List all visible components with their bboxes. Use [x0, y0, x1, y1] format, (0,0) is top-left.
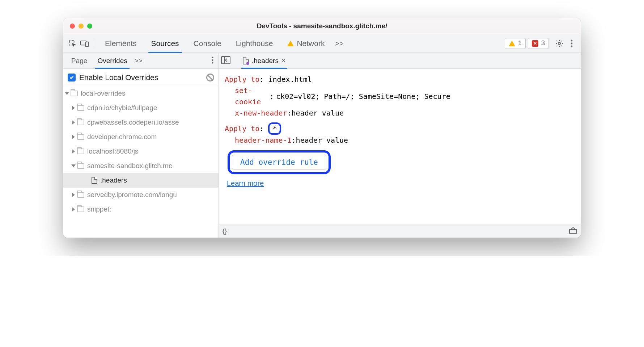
warning-icon	[287, 41, 294, 46]
enable-overrides-checkbox[interactable]	[68, 74, 76, 81]
tree-folder[interactable]: servedby.ipromote.com/longu	[63, 188, 219, 202]
tab-console[interactable]: Console	[186, 34, 229, 53]
editor-tabbar: .headers ×	[219, 53, 581, 69]
folder-icon	[77, 149, 84, 154]
device-toolbar-icon[interactable]	[79, 37, 91, 50]
subtabs-overflow[interactable]: >>	[132, 53, 145, 69]
tree-label: servedby.ipromote.com/longu	[87, 191, 177, 199]
folder-icon	[71, 91, 78, 96]
svg-point-8	[212, 59, 213, 61]
svg-point-5	[571, 42, 573, 44]
navigator-more-icon[interactable]	[209, 56, 216, 66]
more-menu-icon[interactable]	[565, 37, 578, 50]
tab-network[interactable]: Network	[280, 34, 332, 53]
chevron-down-icon	[71, 164, 76, 167]
svg-point-3	[558, 42, 560, 45]
tab-lighthouse[interactable]: Lighthouse	[229, 34, 280, 53]
tree-label: local-overrides	[81, 89, 126, 97]
chevron-right-icon	[72, 149, 75, 154]
subtab-page[interactable]: Page	[66, 53, 92, 69]
tab-elements[interactable]: Elements	[98, 34, 144, 53]
header-value: header value	[296, 135, 348, 146]
chevron-right-icon	[72, 207, 75, 212]
toggle-drawer-icon[interactable]	[569, 227, 577, 235]
tree-folder[interactable]: developer.chrome.com	[63, 130, 219, 144]
folder-icon	[77, 120, 84, 125]
chevron-right-icon	[72, 120, 75, 125]
header-value: header value	[292, 108, 344, 119]
add-override-rule-button[interactable]: Add override rule	[232, 155, 326, 170]
tree-label: cpwebassets.codepen.io/asse	[87, 118, 179, 126]
divider	[93, 38, 93, 49]
window-title: DevTools - samesite-sandbox.glitch.me/	[63, 22, 581, 30]
header-name: x-new-header	[235, 108, 287, 119]
apply-to-label: Apply to	[225, 75, 259, 84]
apply-to-target-highlight[interactable]: *	[268, 122, 281, 135]
subtab-overrides[interactable]: Overrides	[92, 53, 132, 69]
folder-icon	[77, 163, 84, 169]
editor-pane: .headers × Apply to: index.html set-cook…	[219, 53, 581, 238]
tab-sources[interactable]: Sources	[144, 34, 186, 53]
clear-overrides-icon[interactable]	[206, 74, 214, 81]
navigator-pane: Page Overrides >> Enable Local Overrides	[63, 53, 219, 238]
tabs-overflow[interactable]: >>	[332, 34, 347, 53]
tree-label: .headers	[100, 176, 127, 184]
tree-folder[interactable]: samesite-sandbox.glitch.me	[63, 159, 219, 173]
warnings-badge[interactable]: 1	[505, 38, 526, 49]
folder-icon	[77, 105, 84, 111]
overrides-tree: local-overrides cdpn.io/chybie/fullpage …	[63, 86, 219, 238]
devtools-window: DevTools - samesite-sandbox.glitch.me/ E…	[63, 18, 581, 238]
tree-folder-root[interactable]: local-overrides	[63, 86, 219, 101]
tree-label: samesite-sandbox.glitch.me	[87, 162, 173, 170]
chevron-right-icon	[72, 193, 75, 197]
header-name: set-cookie	[235, 85, 267, 108]
gear-icon[interactable]	[553, 37, 565, 50]
editor-tab-label: .headers	[252, 57, 279, 65]
chevron-down-icon	[65, 92, 69, 95]
tree-folder[interactable]: cpwebassets.codepen.io/asse	[63, 115, 219, 130]
headers-editor[interactable]: Apply to: index.html set-cookie : ck02=v…	[219, 69, 581, 225]
tree-file-headers[interactable]: .headers	[63, 173, 219, 188]
svg-point-6	[571, 45, 573, 47]
warnings-count: 1	[518, 39, 522, 47]
file-modified-icon	[243, 57, 249, 64]
main-tab-bar: Elements Sources Console Lighthouse Netw…	[63, 34, 581, 53]
traffic-lights	[63, 24, 92, 29]
sources-body: Page Overrides >> Enable Local Overrides	[63, 53, 581, 238]
pretty-print-icon[interactable]: {}	[223, 227, 227, 235]
maximize-icon[interactable]	[87, 24, 92, 29]
inspect-element-icon[interactable]	[66, 37, 79, 50]
header-row[interactable]: set-cookie : ck02=vl02; Path=/; SameSite…	[235, 85, 575, 108]
header-row[interactable]: header-name-1: header value	[235, 135, 575, 146]
editor-tab-headers[interactable]: .headers ×	[238, 53, 290, 69]
tree-label: localhost:8080/js	[87, 147, 139, 155]
folder-icon	[77, 134, 84, 140]
minimize-icon[interactable]	[79, 24, 84, 29]
toggle-navigator-icon[interactable]	[221, 56, 232, 66]
enable-overrides-label: Enable Local Overrides	[79, 73, 158, 82]
header-value: ck02=vl02; Path=/; SameSite=None; Secure	[276, 91, 450, 102]
titlebar: DevTools - samesite-sandbox.glitch.me/	[63, 18, 581, 34]
header-name: header-name-1	[235, 135, 292, 146]
apply-to-target: *	[272, 124, 277, 133]
chevron-right-icon	[72, 135, 75, 139]
learn-more-link[interactable]: Learn more	[227, 179, 264, 187]
tree-label: cdpn.io/chybie/fullpage	[87, 104, 157, 112]
close-tab-icon[interactable]: ×	[281, 57, 286, 65]
enable-overrides-bar: Enable Local Overrides	[63, 69, 219, 86]
chevron-right-icon	[72, 106, 75, 110]
add-rule-highlight: Add override rule	[228, 150, 331, 174]
header-row[interactable]: x-new-header: header value	[235, 108, 575, 119]
svg-point-4	[571, 39, 573, 41]
editor-statusbar: {}	[219, 225, 581, 238]
tab-network-label: Network	[297, 39, 325, 48]
file-icon	[92, 177, 97, 184]
tree-folder[interactable]: localhost:8080/js	[63, 144, 219, 159]
svg-point-9	[212, 62, 213, 63]
error-icon: ✕	[532, 40, 538, 47]
tree-folder[interactable]: cdpn.io/chybie/fullpage	[63, 101, 219, 115]
errors-badge[interactable]: ✕ 3	[528, 38, 549, 49]
svg-point-7	[212, 57, 213, 58]
close-icon[interactable]	[70, 24, 75, 29]
tree-folder[interactable]: snippet:	[63, 202, 219, 217]
